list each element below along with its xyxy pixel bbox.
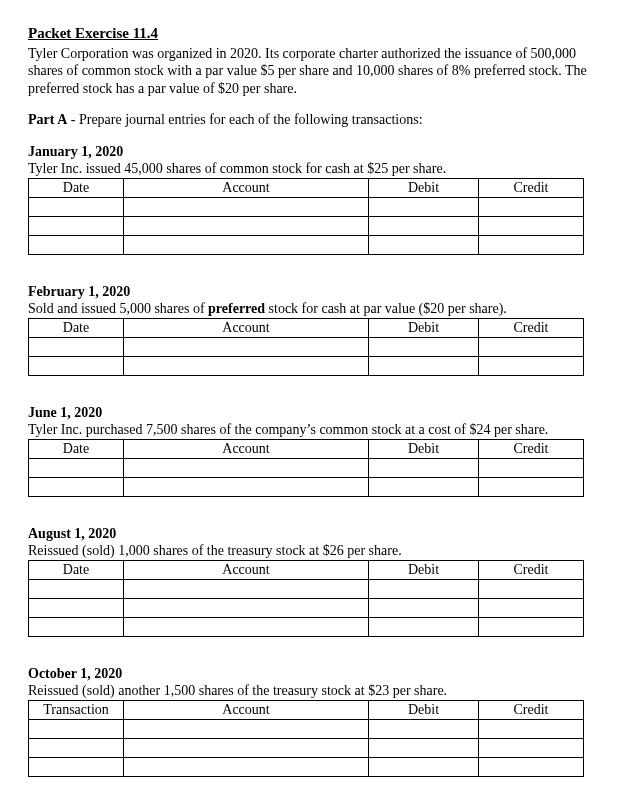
section-date: August 1, 2020 xyxy=(28,525,603,543)
table-header-row: Date Account Debit Credit xyxy=(29,560,584,579)
section-date: October 1, 2020 xyxy=(28,665,603,683)
col-debit: Debit xyxy=(369,700,479,719)
table-row xyxy=(29,197,584,216)
journal-section: August 1, 2020 Reissued (sold) 1,000 sha… xyxy=(28,525,603,637)
table-row xyxy=(29,356,584,375)
journal-section: October 1, 2020 Reissued (sold) another … xyxy=(28,665,603,777)
col-credit: Credit xyxy=(479,700,584,719)
table-row xyxy=(29,738,584,757)
col-credit: Credit xyxy=(479,318,584,337)
table-row xyxy=(29,337,584,356)
col-debit: Debit xyxy=(369,439,479,458)
journal-table: Date Account Debit Credit xyxy=(28,439,584,497)
col-account: Account xyxy=(124,700,369,719)
table-header-row: Transaction Account Debit Credit xyxy=(29,700,584,719)
col-account: Account xyxy=(124,560,369,579)
section-desc-pre: Sold and issued 5,000 shares of xyxy=(28,301,208,316)
journal-section: June 1, 2020 Tyler Inc. purchased 7,500 … xyxy=(28,404,603,497)
table-row xyxy=(29,579,584,598)
table-row xyxy=(29,216,584,235)
table-header-row: Date Account Debit Credit xyxy=(29,318,584,337)
journal-section: January 1, 2020 Tyler Inc. issued 45,000… xyxy=(28,143,603,255)
table-row xyxy=(29,458,584,477)
col-date: Date xyxy=(29,178,124,197)
section-date: June 1, 2020 xyxy=(28,404,603,422)
col-debit: Debit xyxy=(369,560,479,579)
section-desc-bold: preferred xyxy=(208,301,265,316)
col-debit: Debit xyxy=(369,318,479,337)
table-header-row: Date Account Debit Credit xyxy=(29,439,584,458)
journal-table: Transaction Account Debit Credit xyxy=(28,700,584,777)
section-date: February 1, 2020 xyxy=(28,283,603,301)
part-a-label: Part A xyxy=(28,112,67,127)
section-desc: Reissued (sold) 1,000 shares of the trea… xyxy=(28,542,603,560)
exercise-title: Packet Exercise 11.4 xyxy=(28,24,603,43)
col-date: Date xyxy=(29,560,124,579)
table-row xyxy=(29,477,584,496)
table-row xyxy=(29,719,584,738)
table-row xyxy=(29,598,584,617)
journal-table: Date Account Debit Credit xyxy=(28,560,584,637)
col-credit: Credit xyxy=(479,560,584,579)
section-desc: Sold and issued 5,000 shares of preferre… xyxy=(28,300,603,318)
section-desc: Tyler Inc. purchased 7,500 shares of the… xyxy=(28,421,603,439)
section-desc: Reissued (sold) another 1,500 shares of … xyxy=(28,682,603,700)
col-debit: Debit xyxy=(369,178,479,197)
table-row xyxy=(29,617,584,636)
col-account: Account xyxy=(124,439,369,458)
journal-section: February 1, 2020 Sold and issued 5,000 s… xyxy=(28,283,603,376)
col-account: Account xyxy=(124,178,369,197)
table-header-row: Date Account Debit Credit xyxy=(29,178,584,197)
col-transaction: Transaction xyxy=(29,700,124,719)
table-row xyxy=(29,757,584,776)
part-a-rest: - Prepare journal entries for each of th… xyxy=(67,112,422,127)
exercise-intro: Tyler Corporation was organized in 2020.… xyxy=(28,45,603,98)
col-account: Account xyxy=(124,318,369,337)
col-date: Date xyxy=(29,439,124,458)
col-credit: Credit xyxy=(479,178,584,197)
journal-table: Date Account Debit Credit xyxy=(28,178,584,255)
section-desc-post: stock for cash at par value ($20 per sha… xyxy=(265,301,507,316)
journal-table: Date Account Debit Credit xyxy=(28,318,584,376)
section-desc: Tyler Inc. issued 45,000 shares of commo… xyxy=(28,160,603,178)
table-row xyxy=(29,235,584,254)
section-date: January 1, 2020 xyxy=(28,143,603,161)
col-date: Date xyxy=(29,318,124,337)
part-a-prompt: Part A - Prepare journal entries for eac… xyxy=(28,111,603,129)
col-credit: Credit xyxy=(479,439,584,458)
